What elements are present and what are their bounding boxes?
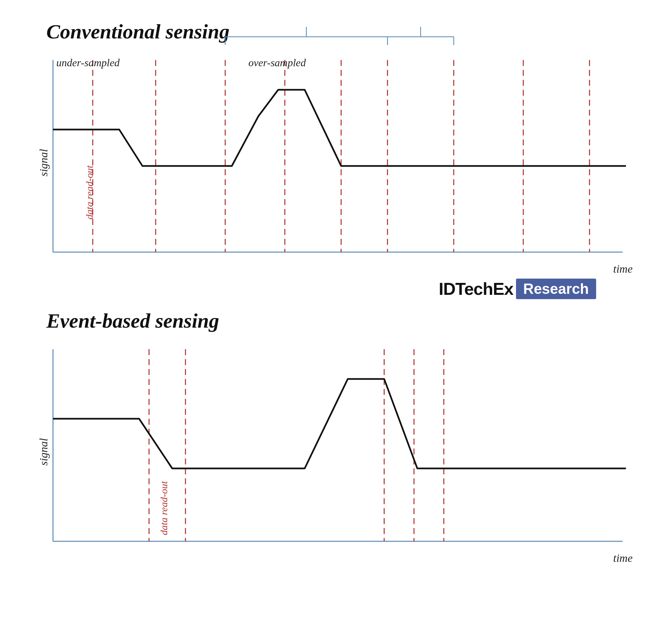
bottom-chart-svg: data read-out [53, 349, 626, 548]
top-chart: signal time [33, 50, 636, 275]
top-section: Conventional sensing signal time [27, 20, 642, 275]
bottom-y-label: signal [38, 438, 50, 465]
bottom-section: Event-based sensing signal time [27, 309, 642, 564]
top-y-label: signal [38, 149, 50, 176]
svg-text:data read-out: data read-out [158, 481, 169, 535]
top-chart-area: data read-out [53, 60, 626, 259]
bottom-chart-area: data read-out [53, 349, 626, 548]
svg-text:data read-out: data read-out [84, 165, 95, 220]
top-chart-svg: data read-out [53, 60, 626, 259]
brand-block: IDTechEx Research [27, 279, 596, 299]
top-x-label: time [613, 263, 632, 275]
bottom-title: Event-based sensing [46, 309, 642, 333]
bottom-chart: signal time [33, 339, 636, 564]
bottom-x-label: time [613, 552, 632, 564]
top-title: Conventional sensing [46, 20, 642, 43]
brand-name: IDTechEx [439, 279, 513, 299]
brand-tag: Research [516, 279, 596, 299]
